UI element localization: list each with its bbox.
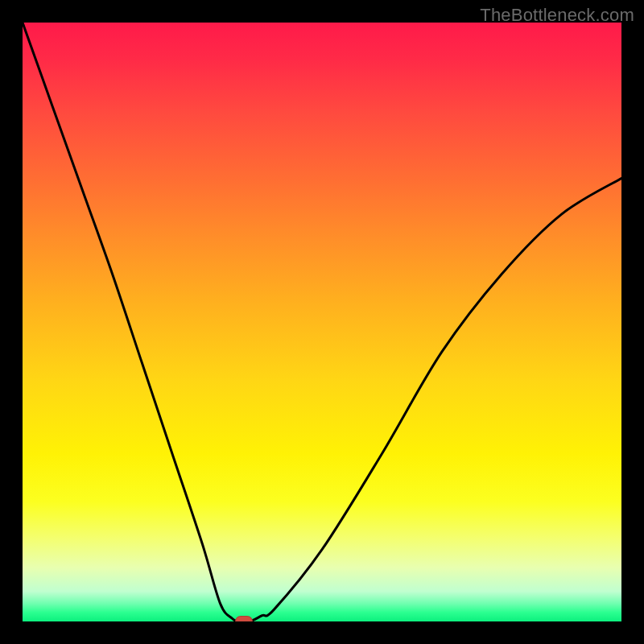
chart-frame: TheBottleneck.com bbox=[0, 0, 644, 644]
plot-area bbox=[23, 23, 621, 621]
watermark-text: TheBottleneck.com bbox=[480, 5, 634, 26]
curve-svg bbox=[23, 23, 621, 621]
optimum-marker bbox=[235, 616, 253, 621]
bottleneck-curve bbox=[23, 23, 621, 621]
